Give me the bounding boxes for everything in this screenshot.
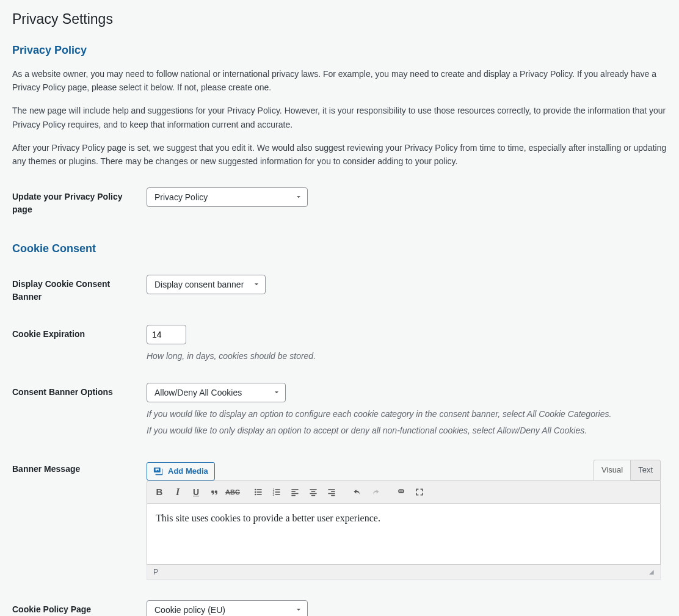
media-icon <box>153 466 164 477</box>
svg-rect-20 <box>328 489 335 490</box>
editor-tabs: Visual Text <box>594 460 661 480</box>
cookie-expiration-desc: How long, in days, cookies should be sto… <box>147 349 661 363</box>
svg-rect-14 <box>291 493 298 494</box>
undo-icon <box>352 487 362 498</box>
banner-message-label: Banner Message <box>12 451 147 591</box>
consent-options-desc-1: If you would like to display an option t… <box>147 407 661 421</box>
privacy-intro-3: After your Privacy Policy page is set, w… <box>12 141 667 168</box>
quote-icon <box>209 487 219 498</box>
svg-rect-7 <box>275 489 280 490</box>
align-right-icon <box>327 487 336 498</box>
svg-rect-23 <box>331 495 335 496</box>
editor-path: P <box>153 567 158 578</box>
number-list-button[interactable]: 123 <box>268 484 285 501</box>
display-banner-select[interactable]: Display consent banner <box>147 275 266 294</box>
svg-rect-9 <box>275 491 280 493</box>
cookie-policy-page-select[interactable]: Cookie policy (EU) <box>147 600 308 616</box>
align-center-button[interactable] <box>305 484 322 501</box>
privacy-page-select[interactable]: Privacy Policy <box>147 187 308 207</box>
bullet-list-icon <box>253 487 263 498</box>
svg-rect-18 <box>310 493 316 494</box>
svg-rect-19 <box>311 495 315 496</box>
svg-point-4 <box>255 493 256 495</box>
fullscreen-icon <box>415 487 424 498</box>
tab-text[interactable]: Text <box>630 460 661 480</box>
undo-button[interactable] <box>349 484 366 501</box>
display-banner-label: Display Cookie Consent Banner <box>12 266 147 316</box>
svg-rect-5 <box>257 494 262 495</box>
svg-rect-13 <box>291 491 295 492</box>
privacy-policy-heading: Privacy Policy <box>12 42 667 59</box>
redo-icon <box>371 487 380 498</box>
editor-toolbar: B I U ABC 123 <box>147 480 661 504</box>
svg-rect-3 <box>257 491 262 493</box>
svg-text:3: 3 <box>273 493 275 496</box>
blockquote-button[interactable] <box>206 484 223 501</box>
fullscreen-button[interactable] <box>411 484 428 501</box>
link-icon <box>396 487 406 498</box>
cookie-expiration-label: Cookie Expiration <box>12 316 147 374</box>
svg-rect-11 <box>275 494 280 495</box>
svg-rect-17 <box>311 491 315 492</box>
align-left-icon <box>290 487 300 498</box>
bullet-list-button[interactable] <box>250 484 267 501</box>
consent-options-select[interactable]: Allow/Deny All Cookies <box>147 383 286 402</box>
cookie-expiration-input[interactable] <box>147 325 186 344</box>
link-button[interactable] <box>393 484 410 501</box>
svg-rect-16 <box>310 489 316 490</box>
cookie-consent-heading: Cookie Consent <box>12 241 667 257</box>
svg-rect-21 <box>331 491 335 492</box>
italic-button[interactable]: I <box>169 484 186 501</box>
bold-button[interactable]: B <box>151 484 168 501</box>
privacy-intro-1: As a website owner, you may need to foll… <box>12 67 667 95</box>
strikethrough-button[interactable]: ABC <box>224 484 241 501</box>
svg-point-2 <box>255 491 256 492</box>
page-title: Privacy Settings <box>12 6 667 32</box>
tab-visual[interactable]: Visual <box>594 460 631 480</box>
align-left-button[interactable] <box>286 484 303 501</box>
svg-rect-15 <box>291 495 295 496</box>
svg-rect-12 <box>291 489 298 490</box>
consent-options-label: Consent Banner Options <box>12 374 147 451</box>
resize-grip-icon[interactable]: ◢ <box>649 567 654 576</box>
privacy-intro-2: The new page will include help and sugge… <box>12 104 667 131</box>
editor-textarea[interactable]: This site uses cookies to provide a bett… <box>147 504 661 565</box>
align-right-button[interactable] <box>323 484 340 501</box>
align-center-icon <box>308 487 318 498</box>
number-list-icon: 123 <box>272 487 281 498</box>
update-privacy-label: Update your Privacy Policy page <box>12 178 147 228</box>
cookie-policy-page-label: Cookie Policy Page <box>12 591 147 616</box>
redo-button[interactable] <box>367 484 384 501</box>
underline-button[interactable]: U <box>187 484 205 501</box>
consent-options-desc-2: If you would like to only display an opt… <box>147 424 661 437</box>
svg-rect-22 <box>328 493 335 494</box>
svg-rect-1 <box>257 489 262 490</box>
add-media-button[interactable]: Add Media <box>147 462 215 480</box>
svg-point-0 <box>255 488 256 490</box>
